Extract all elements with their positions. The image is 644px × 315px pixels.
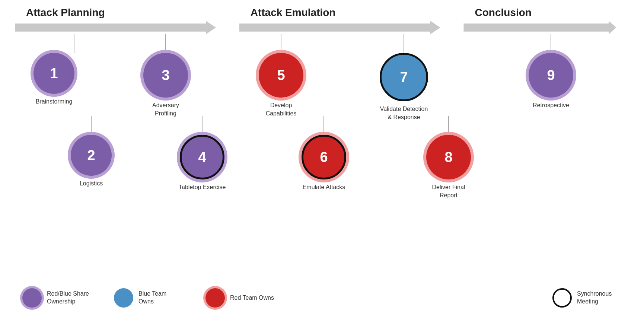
node-emulate-attacks: 6 Emulate Attacks xyxy=(302,116,346,191)
legend-item-red: Red Team Owns xyxy=(205,288,274,308)
legend-row: Red/Blue Share Ownership Blue Team Owns … xyxy=(0,281,644,315)
circle-2: 2 xyxy=(71,135,112,176)
node-number-2: 2 xyxy=(87,147,95,163)
legend-circle-blue xyxy=(114,288,133,308)
node-retrospective: 9 Retrospective xyxy=(529,34,573,109)
node-number-1: 1 xyxy=(50,66,58,82)
node-number-4: 4 xyxy=(198,149,206,165)
circle-9: 9 xyxy=(529,53,573,98)
node-number-6: 6 xyxy=(320,149,328,165)
circle-6: 6 xyxy=(302,135,346,179)
arrow-conclusion xyxy=(463,21,616,34)
circle-3: 3 xyxy=(143,53,188,98)
node-label-4: Tabletop Exercise xyxy=(179,183,226,191)
node-label-8: Deliver Final Report xyxy=(424,183,473,200)
arrow-emulation xyxy=(239,21,440,34)
circle-7: 7 xyxy=(380,53,428,101)
node-label-6: Emulate Attacks xyxy=(303,183,345,191)
circle-5: 5 xyxy=(259,53,303,98)
node-label-9: Retrospective xyxy=(533,101,569,109)
circle-8: 8 xyxy=(426,135,471,179)
legend-circle-purple xyxy=(22,288,42,308)
legend-circle-red xyxy=(205,288,225,308)
node-label-3: Adversary Profiling xyxy=(141,101,190,118)
legend-item-sync: Synchronous Meeting xyxy=(552,288,622,308)
circle-4: 4 xyxy=(180,135,224,179)
node-number-5: 5 xyxy=(277,67,285,83)
circle-1: 1 xyxy=(34,53,74,94)
legend-circle-sync xyxy=(552,288,572,308)
node-validate: 7 Validate Detection & Response xyxy=(380,34,428,122)
node-label-1: Brainstorming xyxy=(36,98,73,106)
legend-label-blue: Blue Team Owns xyxy=(138,290,183,306)
legend-label-sync: Synchronous Meeting xyxy=(577,290,622,306)
legend-item-purple: Red/Blue Share Ownership xyxy=(22,288,92,308)
phases-row: Attack Planning Attack Emulation Conclus… xyxy=(0,0,644,34)
nodes-container: 1 Brainstorming 2 Logistics 3 Adversary … xyxy=(0,34,644,243)
legend-label-purple: Red/Blue Share Ownership xyxy=(47,290,92,306)
node-number-8: 8 xyxy=(444,149,452,165)
node-tabletop: 4 Tabletop Exercise xyxy=(179,116,226,191)
arrow-planning xyxy=(15,21,216,34)
phase-planning: Attack Planning xyxy=(15,7,236,34)
node-brainstorming: 1 Brainstorming xyxy=(34,34,74,106)
node-label-5: Develop Capabilities xyxy=(257,101,305,118)
node-label-7: Validate Detection & Response xyxy=(380,105,428,122)
phase-emulation: Attack Emulation xyxy=(239,7,460,34)
node-deliver-report: 8 Deliver Final Report xyxy=(424,116,473,200)
node-logistics: 2 Logistics xyxy=(71,116,112,188)
node-adversary-profiling: 3 Adversary Profiling xyxy=(141,34,190,118)
phase-conclusion: Conclusion xyxy=(463,7,629,34)
main-container: Attack Planning Attack Emulation Conclus… xyxy=(0,0,644,315)
node-develop-capabilities: 5 Develop Capabilities xyxy=(257,34,305,118)
node-label-2: Logistics xyxy=(80,179,103,188)
legend-item-blue: Blue Team Owns xyxy=(114,288,183,308)
node-number-3: 3 xyxy=(162,67,169,83)
phase-conclusion-title: Conclusion xyxy=(463,7,531,19)
node-number-7: 7 xyxy=(400,69,408,85)
phase-planning-title: Attack Planning xyxy=(15,7,105,19)
phase-emulation-title: Attack Emulation xyxy=(239,7,336,19)
legend-label-red: Red Team Owns xyxy=(230,294,274,302)
node-number-9: 9 xyxy=(547,67,555,83)
